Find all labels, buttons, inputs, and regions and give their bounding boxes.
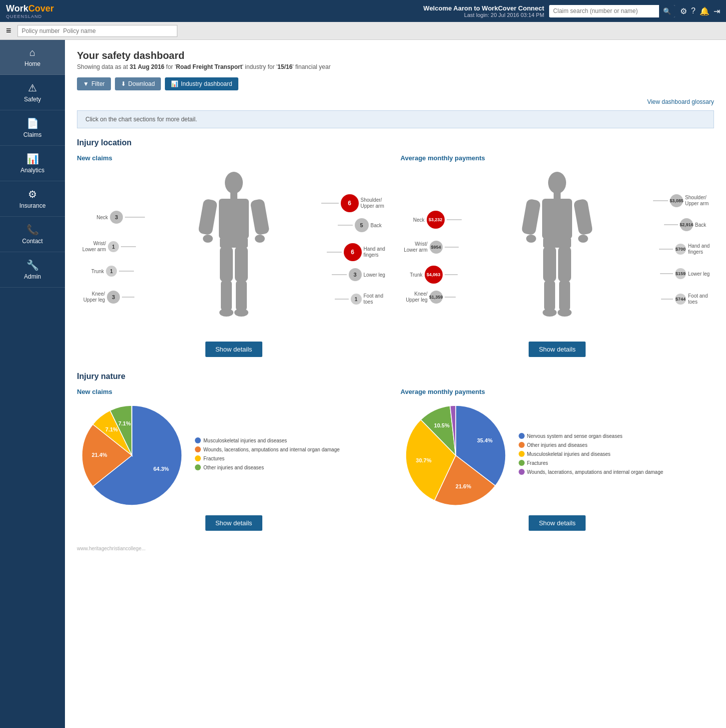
wrist-bubble[interactable]: 1 (108, 241, 119, 252)
hand-bubble[interactable]: 6 (344, 243, 362, 261)
svg-rect-25 (542, 199, 572, 239)
info-bar: Click on the chart sections for more det… (77, 110, 714, 128)
lowerleg-avg-bubble[interactable]: $159 (675, 268, 686, 279)
hand-line (327, 252, 342, 253)
shoulder-avg-line (653, 200, 668, 201)
sidebar-item-claims[interactable]: 📄 Claims (0, 110, 65, 146)
home-icon: ⌂ (29, 47, 35, 58)
svg-rect-2 (219, 199, 249, 239)
svg-point-5 (203, 235, 213, 243)
node-shoulder-new[interactable]: 6 Shoulder/Upper arm (321, 194, 386, 212)
back-label: Back (371, 223, 386, 228)
svg-rect-33 (544, 281, 555, 311)
sidebar-item-safety[interactable]: ⚠ Safety (0, 75, 65, 110)
back-bubble[interactable]: 5 (355, 218, 369, 232)
search-input[interactable] (549, 5, 659, 17)
svg-rect-32 (558, 247, 571, 282)
trunk-bubble[interactable]: 1 (106, 266, 117, 277)
sidebar-item-home[interactable]: ⌂ Home (0, 40, 65, 75)
back-avg-label: Back (695, 222, 710, 228)
filter-icon: ▼ (83, 80, 89, 87)
node-lowerleg-new[interactable]: 3 Lower leg (332, 268, 386, 281)
svg-point-6 (255, 235, 265, 243)
foot-avg-line (661, 299, 673, 300)
contact-icon: 📞 (26, 224, 39, 236)
node-neck-avg[interactable]: Neck $3,232 (405, 211, 462, 229)
avg-monthly-pie-chart[interactable] (401, 400, 511, 510)
settings-icon[interactable]: ⚙ (680, 6, 687, 16)
foot-avg-label: Foot andtoes (688, 293, 710, 305)
filter-button[interactable]: ▼ Filter (77, 77, 111, 90)
node-wrist-avg[interactable]: Wrist/Lower arm $954 (403, 241, 459, 254)
legend-item: Other injuries and diseases (519, 442, 664, 448)
sidebar-item-analytics[interactable]: 📊 Analytics (0, 146, 65, 181)
hand-label: Hand andfingers (364, 246, 386, 258)
policy-search-input[interactable] (17, 25, 177, 37)
bell-icon[interactable]: 🔔 (700, 6, 710, 16)
search-bar[interactable]: 🔍 (549, 5, 675, 17)
neck-avg-line (447, 219, 462, 220)
back-avg-bubble[interactable]: $2,916 (680, 218, 693, 231)
svg-rect-10 (221, 281, 232, 311)
sidebar-label-claims: Claims (23, 131, 42, 138)
node-knee-avg[interactable]: Knee/Upper leg $1,359 (405, 291, 456, 304)
help-icon[interactable]: ? (691, 6, 696, 15)
shoulder-bubble[interactable]: 6 (341, 194, 359, 212)
shoulder-avg-bubble[interactable]: $3,085 (670, 194, 683, 207)
show-details-pie2-btn[interactable]: Show details (529, 515, 586, 531)
node-back-new[interactable]: 5 Back (338, 218, 386, 232)
node-lowerleg-avg[interactable]: $159 Lower leg (660, 268, 710, 279)
sidebar-item-contact[interactable]: 📞 Contact (0, 217, 65, 252)
node-trunk-new[interactable]: Trunk 1 (86, 266, 134, 277)
foot-avg-bubble[interactable]: $744 (675, 294, 686, 305)
foot-bubble[interactable]: 1 (351, 294, 362, 305)
injury-location-title: Injury location (77, 138, 714, 147)
logout-icon[interactable]: ⇥ (714, 6, 720, 16)
download-button[interactable]: ⬇ Download (115, 77, 161, 90)
knee-avg-bubble[interactable]: $1,359 (430, 291, 443, 304)
sidebar-label-contact: Contact (22, 238, 42, 245)
glossary-link[interactable]: View dashboard glossary (77, 98, 714, 105)
hamburger-icon[interactable]: ≡ (6, 25, 11, 36)
subtitle-year-label: financial year (295, 63, 331, 70)
node-trunk-avg[interactable]: Trunk $4,063 (405, 266, 458, 284)
search-button[interactable]: 🔍 (659, 5, 675, 17)
node-foot-new[interactable]: 1 Foot andtoes (335, 293, 386, 305)
sidebar-item-admin[interactable]: 🔧 Admin (0, 252, 65, 288)
welcome-title: Welcome Aaron to WorkCover Connect (423, 4, 544, 12)
knee-bubble[interactable]: 3 (107, 291, 120, 304)
node-hand-avg[interactable]: $700 Hand andfingers (659, 243, 710, 255)
new-claims-pie-legend: Musculoskeletal injuries and diseasesWou… (195, 437, 340, 473)
sidebar-item-insurance[interactable]: ⚙ Insurance (0, 181, 65, 217)
subtitle-prefix: Showing data as at (77, 63, 129, 70)
legend-item: Wounds, lacerations, amputations and int… (195, 446, 340, 452)
toolbar: ▼ Filter ⬇ Download 📊 Industry dashboard (77, 77, 714, 90)
new-claims-pie-chart[interactable] (77, 400, 187, 510)
node-foot-avg[interactable]: $744 Foot andtoes (661, 293, 710, 305)
new-claims-body-diagram: Neck 3 Wrist/Lower arm 1 Trunk 1 (77, 167, 391, 337)
node-back-avg[interactable]: $2,916 Back (664, 218, 710, 231)
node-shoulder-avg[interactable]: $3,085 Shoulder/Upper arm (653, 194, 710, 207)
show-details-pie1-btn[interactable]: Show details (205, 515, 262, 531)
sidebar-label-home: Home (24, 60, 40, 67)
show-details-new-claims-btn[interactable]: Show details (205, 342, 262, 357)
svg-rect-4 (250, 199, 270, 236)
lowerleg-bubble[interactable]: 3 (349, 268, 362, 281)
node-wrist-new[interactable]: Wrist/Lower arm 1 (81, 241, 136, 253)
hand-avg-bubble[interactable]: $700 (675, 244, 686, 255)
analytics-icon: 📊 (26, 153, 39, 165)
body-silhouette-right (517, 172, 597, 322)
hand-avg-line (659, 249, 673, 250)
wrist-avg-bubble[interactable]: $954 (430, 241, 443, 254)
neck-avg-bubble[interactable]: $3,232 (427, 211, 445, 229)
injury-nature-title: Injury nature (77, 372, 714, 381)
industry-dashboard-button[interactable]: 📊 Industry dashboard (165, 77, 238, 90)
node-neck-new[interactable]: Neck 3 (88, 211, 145, 224)
shoulder-label: Shoulder/Upper arm (361, 197, 386, 209)
download-label: Download (128, 80, 155, 87)
show-details-avg-btn[interactable]: Show details (529, 342, 586, 357)
neck-bubble[interactable]: 3 (110, 211, 123, 224)
node-hand-new[interactable]: 6 Hand andfingers (327, 243, 386, 261)
trunk-avg-bubble[interactable]: $4,063 (425, 266, 443, 284)
node-knee-new[interactable]: Knee/Upper leg 3 (82, 291, 134, 304)
